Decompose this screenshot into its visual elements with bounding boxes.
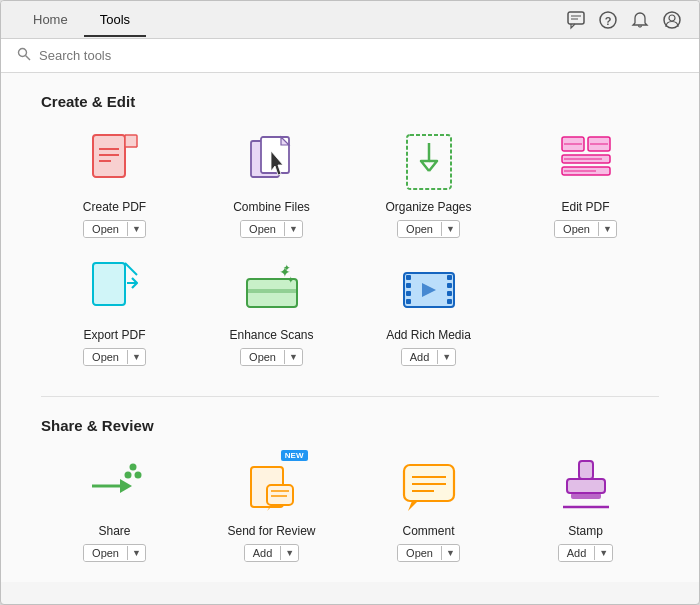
search-icon	[17, 47, 31, 64]
svg-point-6	[669, 15, 675, 21]
enhance-scans-label: Enhance Scans	[229, 328, 313, 342]
tool-create-pdf[interactable]: Create PDF Open ▼	[41, 130, 188, 238]
organize-pages-btn-wrap[interactable]: Open ▼	[397, 220, 460, 238]
svg-line-8	[26, 56, 31, 61]
enhance-scans-open-btn[interactable]: Open	[241, 349, 284, 365]
nav-bar: Home Tools ?	[1, 1, 699, 39]
enhance-scans-dropdown-arrow[interactable]: ▼	[284, 350, 302, 364]
svg-rect-55	[579, 461, 593, 479]
svg-point-45	[134, 472, 141, 479]
search-input[interactable]	[39, 48, 683, 63]
enhance-scans-icon: ✦ ✦ ✦	[240, 258, 304, 322]
add-rich-media-btn-wrap[interactable]: Add ▼	[401, 348, 457, 366]
enhance-scans-btn-wrap[interactable]: Open ▼	[240, 348, 303, 366]
svg-point-44	[124, 472, 131, 479]
share-dropdown-arrow[interactable]: ▼	[127, 546, 145, 560]
tool-enhance-scans[interactable]: ✦ ✦ ✦ Enhance Scans Open ▼	[198, 258, 345, 366]
add-rich-media-add-btn[interactable]: Add	[402, 349, 438, 365]
svg-rect-34	[406, 283, 411, 288]
nav-icons: ?	[565, 9, 683, 31]
comment-dropdown-arrow[interactable]: ▼	[441, 546, 459, 560]
send-for-review-add-btn[interactable]: Add	[245, 545, 281, 561]
tool-share[interactable]: Share Open ▼	[41, 454, 188, 562]
svg-rect-10	[125, 135, 137, 147]
share-label: Share	[98, 524, 130, 538]
export-pdf-open-btn[interactable]: Open	[84, 349, 127, 365]
share-icon	[83, 454, 147, 518]
comment-label: Comment	[402, 524, 454, 538]
svg-rect-36	[406, 299, 411, 304]
share-btn-wrap[interactable]: Open ▼	[83, 544, 146, 562]
share-review-title: Share & Review	[41, 417, 659, 434]
svg-rect-57	[571, 493, 601, 499]
svg-rect-35	[406, 291, 411, 296]
export-pdf-dropdown-arrow[interactable]: ▼	[127, 350, 145, 364]
combine-files-btn-wrap[interactable]: Open ▼	[240, 220, 303, 238]
svg-point-46	[129, 464, 136, 471]
tab-tools[interactable]: Tools	[84, 4, 146, 37]
tool-export-pdf[interactable]: Export PDF Open ▼	[41, 258, 188, 366]
comment-open-btn[interactable]: Open	[398, 545, 441, 561]
tool-organize-pages[interactable]: Organize Pages Open ▼	[355, 130, 502, 238]
send-for-review-btn-wrap[interactable]: Add ▼	[244, 544, 300, 562]
bell-icon[interactable]	[629, 9, 651, 31]
new-badge: NEW	[281, 450, 308, 461]
chat-icon[interactable]	[565, 9, 587, 31]
search-bar	[1, 39, 699, 73]
add-rich-media-dropdown-arrow[interactable]: ▼	[437, 350, 455, 364]
send-for-review-label: Send for Review	[227, 524, 315, 538]
svg-rect-37	[447, 275, 452, 280]
user-icon[interactable]	[661, 9, 683, 31]
organize-pages-label: Organize Pages	[385, 200, 471, 214]
add-rich-media-icon	[397, 258, 461, 322]
stamp-btn-wrap[interactable]: Add ▼	[558, 544, 614, 562]
tool-send-for-review[interactable]: NEW Send for Review Add ▼	[198, 454, 345, 562]
stamp-add-btn[interactable]: Add	[559, 545, 595, 561]
create-edit-title: Create & Edit	[41, 93, 659, 110]
create-pdf-open-btn[interactable]: Open	[84, 221, 127, 237]
edit-pdf-icon	[554, 130, 618, 194]
edit-pdf-dropdown-arrow[interactable]: ▼	[598, 222, 616, 236]
tool-add-rich-media[interactable]: Add Rich Media Add ▼	[355, 258, 502, 366]
share-review-grid: Share Open ▼ NEW	[41, 454, 659, 562]
tool-edit-pdf[interactable]: Edit PDF Open ▼	[512, 130, 659, 238]
stamp-label: Stamp	[568, 524, 603, 538]
organize-pages-icon	[397, 130, 461, 194]
organize-pages-open-btn[interactable]: Open	[398, 221, 441, 237]
svg-rect-28	[247, 289, 297, 293]
create-edit-grid: Create PDF Open ▼	[41, 130, 659, 366]
svg-text:?: ?	[605, 14, 612, 26]
organize-pages-dropdown-arrow[interactable]: ▼	[441, 222, 459, 236]
svg-rect-33	[406, 275, 411, 280]
create-pdf-dropdown-arrow[interactable]: ▼	[127, 222, 145, 236]
create-pdf-btn-wrap[interactable]: Open ▼	[83, 220, 146, 238]
svg-text:✦: ✦	[287, 275, 295, 285]
create-pdf-icon	[83, 130, 147, 194]
tool-comment[interactable]: Comment Open ▼	[355, 454, 502, 562]
combine-files-open-btn[interactable]: Open	[241, 221, 284, 237]
stamp-icon	[554, 454, 618, 518]
tool-stamp[interactable]: Stamp Add ▼	[512, 454, 659, 562]
svg-rect-0	[568, 12, 584, 24]
svg-point-7	[19, 49, 27, 57]
stamp-dropdown-arrow[interactable]: ▼	[594, 546, 612, 560]
comment-icon	[397, 454, 461, 518]
share-open-btn[interactable]: Open	[84, 545, 127, 561]
combine-files-label: Combine Files	[233, 200, 310, 214]
comment-btn-wrap[interactable]: Open ▼	[397, 544, 460, 562]
nav-tabs: Home Tools	[17, 4, 565, 36]
send-for-review-dropdown-arrow[interactable]: ▼	[280, 546, 298, 560]
edit-pdf-btn-wrap[interactable]: Open ▼	[554, 220, 617, 238]
svg-rect-48	[267, 485, 293, 505]
tab-home[interactable]: Home	[17, 4, 84, 37]
svg-rect-38	[447, 283, 452, 288]
export-pdf-btn-wrap[interactable]: Open ▼	[83, 348, 146, 366]
add-rich-media-label: Add Rich Media	[386, 328, 471, 342]
help-icon[interactable]: ?	[597, 9, 619, 31]
section-divider	[41, 396, 659, 397]
svg-rect-39	[447, 291, 452, 296]
tool-combine-files[interactable]: Combine Files Open ▼	[198, 130, 345, 238]
edit-pdf-open-btn[interactable]: Open	[555, 221, 598, 237]
svg-rect-56	[567, 479, 605, 493]
combine-files-dropdown-arrow[interactable]: ▼	[284, 222, 302, 236]
